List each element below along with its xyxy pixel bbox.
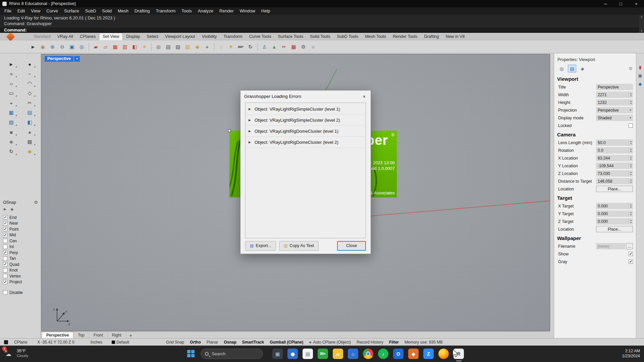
revolve-tool-icon[interactable]: ◧ [24, 118, 36, 126]
spotify-taskbar-item[interactable]: ♪ [378, 349, 388, 359]
menu-item-edit[interactable]: Edit [14, 7, 28, 15]
project-checkbox[interactable] [3, 280, 7, 284]
terminal-app-taskbar-item[interactable]: ▣ [272, 349, 283, 359]
toolbar-tab-surface-tools[interactable]: Surface Tools [275, 33, 307, 40]
osnap-row-quad[interactable]: Quad [3, 261, 38, 267]
menu-item-tools[interactable]: Tools [178, 7, 195, 15]
viewport-tab-front[interactable]: Front [89, 332, 108, 338]
toolbar-tab-subd-tools[interactable]: SubD Tools [333, 33, 362, 40]
curve-edit-tool-icon[interactable]: + [5, 99, 17, 107]
status-filter[interactable]: Filter [389, 340, 399, 345]
rotation-field[interactable]: 0.0 [596, 147, 633, 154]
viewport-tab-right[interactable]: Right [108, 332, 126, 338]
firefox-taskbar-item[interactable] [438, 349, 449, 359]
osnap-row-perp[interactable]: Perp [3, 250, 38, 256]
toolbar-tab-solid-tools[interactable]: Solid Tools [307, 33, 333, 40]
scroll-up-icon[interactable]: ▲ [640, 15, 643, 18]
zoom-extents-icon[interactable]: ◎ [77, 42, 86, 51]
menu-item-view[interactable]: View [28, 7, 43, 15]
clipping-plane-icon[interactable]: ✂ [279, 42, 288, 51]
dialog-close-button[interactable]: × [358, 91, 371, 102]
gray-checkbox[interactable] [629, 259, 633, 264]
layers-icon[interactable]: ▧ [183, 42, 192, 51]
sphere-tool-icon[interactable]: ● [24, 128, 36, 136]
osnap-row-knot[interactable]: Knot [3, 267, 38, 274]
toolbar-tab-new-in-v8[interactable]: New in V8 [442, 33, 468, 40]
camera-app-taskbar-item[interactable]: ◉ [287, 349, 298, 359]
osnap-disable-row[interactable]: Disable [3, 290, 38, 296]
vray-sun-icon[interactable]: ☀ [140, 42, 149, 51]
selection-point-handle[interactable] [228, 129, 231, 132]
status-grid-snap[interactable]: Grid Snap [166, 340, 184, 345]
plant-icon[interactable]: ▲ [270, 42, 279, 51]
zoom-taskbar-item[interactable]: Z [423, 349, 434, 359]
zoom-out-icon[interactable]: ⊖ [58, 42, 67, 51]
weather-widget[interactable]: 1 ☀ ☁ 35°F Cloudy [3, 348, 28, 359]
point-tool-icon[interactable]: ● [24, 60, 36, 68]
messages-badge-app-taskbar-item[interactable]: 99+ [318, 349, 328, 359]
layers-panel-tab-icon[interactable]: ▣ [638, 73, 642, 78]
mid-checkbox[interactable] [3, 233, 7, 237]
spinner-arrows-icon[interactable] [629, 163, 633, 169]
spinner-arrows-icon[interactable] [629, 170, 633, 177]
menu-item-file[interactable]: File [1, 7, 14, 15]
title-field[interactable]: Perspective [596, 84, 633, 90]
spinner-arrows-icon[interactable] [629, 92, 633, 98]
x-location-field[interactable]: 63.244 [596, 155, 633, 161]
display-mode-dropdown[interactable]: Shaded [596, 115, 633, 121]
locked-checkbox[interactable] [629, 123, 633, 128]
polygon-tool-icon[interactable]: ◇ [24, 89, 36, 97]
start-button[interactable] [187, 350, 195, 357]
z-target-field[interactable]: 0.000 [596, 218, 633, 225]
error-list-item[interactable]: ►Object: VRayLightRigSimpleCluster (leve… [246, 104, 366, 115]
status-planar[interactable]: Planar [207, 340, 218, 345]
toolbar-tab-render-tools[interactable]: Render Tools [389, 33, 421, 40]
width-field[interactable]: 2271 [596, 92, 633, 98]
viewport-title-label[interactable]: Perspective [45, 56, 80, 62]
select-tool-icon[interactable]: ► [5, 60, 17, 68]
rotate-tool-icon[interactable]: ↻ [5, 147, 17, 156]
screenshot-icon[interactable]: ▨ [173, 42, 182, 51]
display-modes-icon[interactable]: ◆ [193, 42, 202, 51]
panel-gear-icon[interactable]: ⚙ [629, 66, 633, 71]
file-explorer-taskbar-item[interactable]: ▱ [333, 349, 343, 359]
menu-item-curve[interactable]: Curve [43, 7, 61, 15]
pane-toggle-icon[interactable] [4, 340, 8, 344]
cplane-selector[interactable]: CPlane [14, 340, 27, 345]
trim-tool-icon[interactable]: ✂ [24, 99, 36, 107]
tan-checkbox[interactable] [3, 256, 7, 261]
microsoft-store-taskbar-item[interactable]: ⌂ [348, 349, 358, 359]
menu-item-surface[interactable]: Surface [61, 7, 82, 15]
knot-checkbox[interactable] [3, 268, 7, 273]
mesh-tool-icon[interactable]: ▩ [24, 138, 36, 146]
lamp-icon[interactable]: ☼ [217, 42, 226, 51]
close-button[interactable]: × [629, 0, 644, 7]
int-checkbox[interactable] [3, 245, 7, 249]
toolbar-tab-select[interactable]: Select [143, 33, 162, 40]
outlook-taskbar-item[interactable]: O [393, 349, 404, 359]
dialog-title-bar[interactable]: Grasshopper Loading Errors × [240, 90, 371, 102]
y-location-field[interactable]: -109.544 [596, 163, 633, 169]
rotate-360-icon[interactable]: 360° [236, 42, 245, 51]
cplane-grid-icon[interactable]: ▦ [289, 42, 298, 51]
earth-anchor-icon[interactable]: ○ [309, 42, 318, 51]
toolbar-tab-display[interactable]: Display [123, 33, 143, 40]
osnap-row-mid[interactable]: Mid [3, 232, 38, 238]
box-tool-icon[interactable]: ■ [5, 128, 17, 136]
menu-item-drafting[interactable]: Drafting [131, 7, 153, 15]
toolbar-tab-set-view[interactable]: Set View [99, 33, 123, 40]
spinner-arrows-icon[interactable] [629, 99, 633, 106]
show-checkbox[interactable] [629, 252, 633, 256]
menu-item-window[interactable]: Window [237, 7, 258, 15]
viewport-title-text[interactable]: Perspective [45, 56, 73, 62]
loft-tool-icon[interactable]: ▤ [24, 109, 36, 117]
quad-checkbox[interactable] [3, 262, 7, 266]
height-field[interactable]: 1232 [596, 99, 633, 106]
spinner-arrows-icon[interactable] [629, 210, 633, 217]
status-gumball-cplane[interactable]: Gumball (CPlane) [270, 340, 303, 345]
viewport-properties-tab-icon[interactable]: ▤ [568, 65, 576, 72]
osnap-row-point[interactable]: Point [3, 226, 38, 232]
point-checkbox[interactable] [3, 227, 7, 231]
named-views-icon[interactable]: ▤ [164, 42, 173, 51]
osnap-row-project[interactable]: Project [3, 279, 38, 285]
